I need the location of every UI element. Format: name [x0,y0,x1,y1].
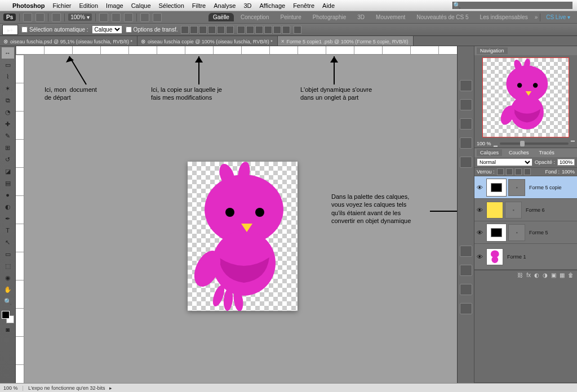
doc-tab-0[interactable]: ⊗oiseau fuschia.psd @ 95,1% (oiseau fusc… [0,36,137,46]
menu-filtre[interactable]: Filtre [192,2,206,9]
visibility-icon[interactable]: 👁 [474,184,485,191]
launch-mini-bridge-icon[interactable] [35,13,45,22]
zoom-in-icon[interactable]: ▔ [571,141,575,146]
lock-pixels-icon[interactable] [506,168,513,175]
menu-calque[interactable]: Calque [131,2,151,9]
3d-tool-icon[interactable]: ⬚ [2,260,14,271]
layer-name[interactable]: Forme 5 copie [527,185,575,190]
layer-thumb[interactable] [486,202,503,219]
eraser-tool-icon[interactable]: ◪ [2,166,14,177]
ws-mouvement[interactable]: Mouvement [371,13,410,21]
status-zoom[interactable]: 100 % [3,385,18,391]
3d-camera-icon[interactable]: ◉ [2,272,14,283]
align-icon[interactable] [208,26,216,34]
align-icon[interactable] [226,26,234,34]
rotate-view-icon[interactable] [124,13,133,22]
menu-aide[interactable]: Aide [322,2,335,9]
nav-preview[interactable] [482,57,569,137]
type-tool-icon[interactable]: T [2,225,14,236]
paths-tab[interactable]: Tracés [536,149,558,156]
distribute-icon[interactable] [273,26,281,34]
layer-row[interactable]: 👁 Forme 1 [474,244,577,270]
layer-thumb[interactable] [486,248,503,265]
menu-fenetre[interactable]: Fenêtre [293,2,314,9]
layer-mask-thumb[interactable]: ▪ [508,179,525,196]
canvas[interactable]: Ici, mon document de départ Ici, la copi… [24,55,457,383]
close-icon[interactable]: ⊗ [141,38,145,44]
panel-icon[interactable] [460,99,472,110]
menu-fichier[interactable]: Fichier [52,2,71,9]
crop-tool-icon[interactable]: ⧉ [2,95,14,106]
fill-field[interactable]: 100% [562,169,575,175]
layer-row[interactable]: 👁 ▪ Forme 5 copie [474,176,577,199]
brush-tool-icon[interactable]: ✎ [2,130,14,141]
ws-more-icon[interactable]: » [535,14,538,20]
fx-icon[interactable]: fx [526,272,531,278]
move-tool-icon[interactable]: ↔ [2,47,14,59]
quickmask-icon[interactable]: ◙ [2,324,14,335]
gradient-tool-icon[interactable]: ▤ [2,177,14,189]
layer-mask-thumb[interactable]: ▪ [508,224,525,241]
layer-name[interactable]: Forme 1 [505,254,575,260]
lasso-tool-icon[interactable]: ⌇ [2,71,14,82]
eyedropper-tool-icon[interactable]: ◔ [2,106,14,118]
quick-select-tool-icon[interactable]: ✶ [2,83,14,94]
zoom-tool-icon[interactable]: 🔍 [2,296,14,307]
panel-icon[interactable] [460,118,472,130]
path-select-icon[interactable]: ↖ [2,237,14,248]
pen-tool-icon[interactable]: ✒ [2,213,14,224]
panel-icon[interactable] [460,157,472,168]
menu-selection[interactable]: Sélection [159,2,184,9]
channels-tab[interactable]: Couches [505,149,532,156]
distribute-icon[interactable] [255,26,263,34]
group-icon[interactable]: ▣ [551,272,556,278]
dodge-tool-icon[interactable]: ◐ [2,201,14,212]
cslive-button[interactable]: CS Live ▾ [543,14,574,20]
marquee-tool-icon[interactable]: ▭ [2,59,14,70]
zoom-out-icon[interactable]: ▁ [494,141,498,146]
ws-nouveautes[interactable]: Nouveautés de CS 5 [412,13,473,21]
distribute-icon[interactable] [246,26,254,34]
arrange-documents-icon[interactable] [140,13,149,22]
ws-gaelle[interactable]: Gaëlle [208,13,234,21]
visibility-icon[interactable]: 👁 [474,207,485,213]
layer-thumb[interactable] [486,179,507,197]
lock-all-icon[interactable] [524,168,531,175]
layer-name[interactable]: Forme 6 [523,207,575,213]
hand-tool-icon[interactable] [99,13,108,22]
menu-image[interactable]: Image [106,2,123,9]
zoom-field[interactable]: 100% ▾ [68,14,91,21]
menu-3d[interactable]: 3D [243,2,251,9]
nav-zoom-slider[interactable] [500,142,569,145]
layer-name[interactable]: Forme 5 [527,230,575,235]
distribute-icon[interactable] [282,26,290,34]
menu-edition[interactable]: Edition [79,2,98,9]
auto-align-button[interactable] [294,26,301,34]
color-swatches[interactable] [2,311,14,323]
delete-layer-icon[interactable]: 🗑 [568,272,574,278]
panel-icon[interactable] [460,284,472,295]
distribute-icon[interactable] [264,26,272,34]
nav-tab[interactable]: Navigation [477,47,508,54]
ws-3d[interactable]: 3D [353,13,369,21]
distribute-icon[interactable] [237,26,245,34]
layer-thumb[interactable] [486,224,507,242]
status-chevron-icon[interactable]: ▸ [109,385,112,391]
zoom-tool-icon[interactable] [112,13,121,22]
ws-conception[interactable]: Conception [236,13,274,21]
screen-mode-icon[interactable] [153,13,162,22]
stamp-tool-icon[interactable]: ⊞ [2,142,14,153]
hand-tool-icon[interactable]: ✋ [2,284,14,295]
ws-indispensables[interactable]: Les indispensables [476,13,532,21]
panel-icon[interactable] [460,137,472,149]
link-layers-icon[interactable]: ⛓ [517,272,523,278]
show-transform-checkbox[interactable]: Options de transf. [126,26,178,33]
close-icon[interactable]: ⊗ [3,38,8,44]
ws-photographie[interactable]: Photographie [308,13,351,21]
doc-tab-2[interactable]: ×Forme 5 copie1 .psb @ 100% (Forme 5 cop… [278,36,414,46]
align-icon[interactable] [181,26,189,34]
panel-icon[interactable] [460,303,472,314]
blend-mode-select[interactable]: Normal [477,158,532,166]
nav-zoom-value[interactable]: 100 % [477,141,491,146]
lock-transparency-icon[interactable] [497,168,504,175]
